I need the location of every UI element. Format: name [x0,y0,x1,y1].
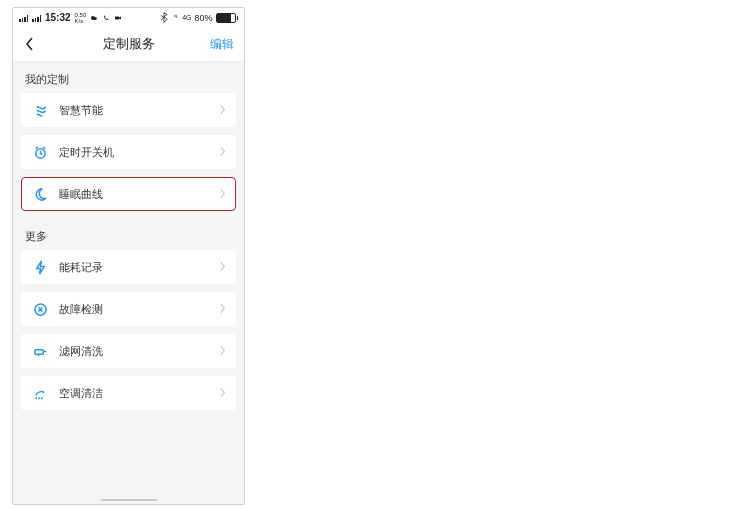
back-button[interactable] [13,36,47,52]
status-left: 15:32 0.50 K/s [19,12,122,24]
nfc-icon: ᴺ [171,14,179,22]
content: 我的定制 智慧节能 定时开关机 睡眠曲线 [13,62,244,424]
item-timer[interactable]: 定时开关机 [21,135,236,169]
status-time: 15:32 [45,12,71,23]
chevron-right-icon [219,384,226,402]
bluetooth-icon [160,14,168,22]
svg-rect-5 [34,349,42,354]
chevron-right-icon [219,101,226,119]
status-speed: 0.50 K/s [75,12,87,24]
filter-icon [31,342,49,360]
edit-button[interactable]: 编辑 [210,36,234,53]
item-fault[interactable]: 故障检测 [21,292,236,326]
svg-rect-2 [115,16,119,19]
status-speed-unit: K/s [75,18,84,24]
clean-icon [31,384,49,402]
status-bar: 15:32 0.50 K/s ᴺ [13,8,244,27]
item-consumption[interactable]: 能耗记录 [21,250,236,284]
section-more-title: 更多 [13,219,244,250]
section-my-title: 我的定制 [13,62,244,93]
home-indicator [101,499,157,502]
signal-1-icon [19,14,28,22]
chevron-right-icon [219,342,226,360]
clock-icon [31,143,49,161]
tray-video-icon [114,14,122,22]
chevron-right-icon [219,143,226,161]
item-label: 智慧节能 [59,103,103,118]
moon-icon [31,185,49,203]
item-label: 滤网清洗 [59,344,103,359]
tray-wechat-icon [90,14,98,22]
item-label: 空调清洁 [59,386,103,401]
chevron-right-icon [219,185,226,203]
item-smart-energy[interactable]: 智慧节能 [21,93,236,127]
chevron-left-icon [25,36,35,52]
bolt-icon [31,258,49,276]
wrench-icon [31,300,49,318]
battery-icon [216,13,239,23]
energy-icon [31,101,49,119]
tray-phone-icon [102,14,110,22]
svg-point-1 [94,17,97,20]
item-sleep-curve[interactable]: 睡眠曲线 [21,177,236,211]
item-label: 睡眠曲线 [59,187,103,202]
battery-pct: 80% [194,13,212,23]
nav-bar: 定制服务 编辑 [13,27,244,62]
status-right: ᴺ 4G 80% [160,13,238,23]
net-label: 4G [182,14,191,21]
signal-2-icon [32,14,41,22]
item-label: 能耗记录 [59,260,103,275]
chevron-right-icon [219,300,226,318]
item-filter-clean[interactable]: 滤网清洗 [21,334,236,368]
phone-frame: 15:32 0.50 K/s ᴺ [12,7,245,505]
item-ac-clean[interactable]: 空调清洁 [21,376,236,410]
item-label: 故障检测 [59,302,103,317]
chevron-right-icon [219,258,226,276]
item-label: 定时开关机 [59,145,114,160]
